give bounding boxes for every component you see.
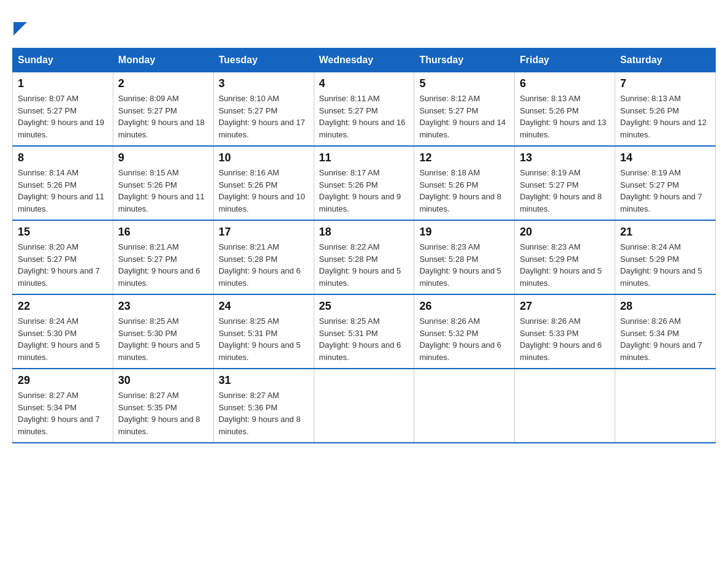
day-number: 11 — [319, 151, 409, 164]
day-info: Sunrise: 8:26 AMSunset: 5:34 PMDaylight:… — [620, 315, 710, 363]
page-header — [12, 12, 716, 36]
calendar-cell: 23Sunrise: 8:25 AMSunset: 5:30 PMDayligh… — [113, 294, 213, 369]
calendar-cell: 4Sunrise: 8:11 AMSunset: 5:27 PMDaylight… — [314, 72, 414, 147]
calendar-cell: 7Sunrise: 8:13 AMSunset: 5:26 PMDaylight… — [615, 72, 716, 147]
weekday-header-row: SundayMondayTuesdayWednesdayThursdayFrid… — [13, 48, 716, 72]
calendar-cell — [515, 369, 615, 443]
day-number: 19 — [419, 226, 509, 239]
day-info: Sunrise: 8:21 AMSunset: 5:28 PMDaylight:… — [219, 241, 309, 289]
calendar-cell: 1Sunrise: 8:07 AMSunset: 5:27 PMDaylight… — [13, 72, 113, 147]
calendar-cell: 18Sunrise: 8:22 AMSunset: 5:28 PMDayligh… — [314, 220, 414, 294]
day-number: 14 — [620, 151, 710, 164]
day-info: Sunrise: 8:27 AMSunset: 5:36 PMDaylight:… — [219, 389, 309, 437]
day-number: 10 — [219, 151, 309, 164]
day-number: 26 — [419, 300, 509, 313]
day-info: Sunrise: 8:18 AMSunset: 5:26 PMDaylight:… — [419, 167, 509, 215]
calendar-cell: 20Sunrise: 8:23 AMSunset: 5:29 PMDayligh… — [515, 220, 615, 294]
calendar-cell: 3Sunrise: 8:10 AMSunset: 5:27 PMDaylight… — [213, 72, 314, 147]
calendar-cell: 24Sunrise: 8:25 AMSunset: 5:31 PMDayligh… — [213, 294, 314, 369]
day-info: Sunrise: 8:26 AMSunset: 5:33 PMDaylight:… — [520, 315, 610, 363]
day-number: 24 — [219, 300, 309, 313]
day-number: 1 — [18, 77, 108, 90]
calendar-cell — [414, 369, 515, 443]
calendar-cell: 11Sunrise: 8:17 AMSunset: 5:26 PMDayligh… — [314, 146, 414, 220]
calendar-cell: 6Sunrise: 8:13 AMSunset: 5:26 PMDaylight… — [515, 72, 615, 147]
calendar-cell: 28Sunrise: 8:26 AMSunset: 5:34 PMDayligh… — [615, 294, 716, 369]
calendar-cell: 13Sunrise: 8:19 AMSunset: 5:27 PMDayligh… — [515, 146, 615, 220]
day-number: 4 — [319, 77, 409, 90]
weekday-header-tuesday: Tuesday — [213, 48, 314, 72]
day-number: 7 — [620, 77, 710, 90]
day-number: 23 — [118, 300, 208, 313]
week-row-3: 15Sunrise: 8:20 AMSunset: 5:27 PMDayligh… — [13, 220, 716, 294]
day-info: Sunrise: 8:22 AMSunset: 5:28 PMDaylight:… — [319, 241, 409, 289]
day-info: Sunrise: 8:24 AMSunset: 5:29 PMDaylight:… — [620, 241, 710, 289]
weekday-header-friday: Friday — [515, 48, 615, 72]
day-info: Sunrise: 8:21 AMSunset: 5:27 PMDaylight:… — [118, 241, 208, 289]
day-number: 9 — [118, 151, 208, 164]
weekday-header-sunday: Sunday — [13, 48, 113, 72]
day-number: 13 — [520, 151, 610, 164]
day-info: Sunrise: 8:07 AMSunset: 5:27 PMDaylight:… — [18, 93, 108, 140]
day-info: Sunrise: 8:25 AMSunset: 5:31 PMDaylight:… — [319, 315, 409, 363]
day-info: Sunrise: 8:15 AMSunset: 5:26 PMDaylight:… — [118, 167, 208, 215]
day-info: Sunrise: 8:12 AMSunset: 5:27 PMDaylight:… — [419, 93, 509, 140]
day-info: Sunrise: 8:13 AMSunset: 5:26 PMDaylight:… — [620, 93, 710, 140]
logo — [12, 18, 27, 36]
calendar-cell: 21Sunrise: 8:24 AMSunset: 5:29 PMDayligh… — [615, 220, 716, 294]
svg-marker-0 — [13, 22, 27, 36]
day-info: Sunrise: 8:11 AMSunset: 5:27 PMDaylight:… — [319, 93, 409, 140]
calendar-cell: 31Sunrise: 8:27 AMSunset: 5:36 PMDayligh… — [213, 369, 314, 443]
day-number: 22 — [18, 300, 108, 313]
day-number: 20 — [520, 226, 610, 239]
day-info: Sunrise: 8:19 AMSunset: 5:27 PMDaylight:… — [620, 167, 710, 215]
calendar-cell: 16Sunrise: 8:21 AMSunset: 5:27 PMDayligh… — [113, 220, 213, 294]
day-number: 25 — [319, 300, 409, 313]
day-info: Sunrise: 8:24 AMSunset: 5:30 PMDaylight:… — [18, 315, 108, 363]
day-number: 16 — [118, 226, 208, 239]
day-info: Sunrise: 8:20 AMSunset: 5:27 PMDaylight:… — [18, 241, 108, 289]
day-info: Sunrise: 8:09 AMSunset: 5:27 PMDaylight:… — [118, 93, 208, 140]
day-info: Sunrise: 8:13 AMSunset: 5:26 PMDaylight:… — [520, 93, 610, 140]
weekday-header-saturday: Saturday — [615, 48, 716, 72]
weekday-header-thursday: Thursday — [414, 48, 515, 72]
day-info: Sunrise: 8:27 AMSunset: 5:35 PMDaylight:… — [118, 389, 208, 437]
day-number: 3 — [219, 77, 309, 90]
week-row-2: 8Sunrise: 8:14 AMSunset: 5:26 PMDaylight… — [13, 146, 716, 220]
calendar-cell: 15Sunrise: 8:20 AMSunset: 5:27 PMDayligh… — [13, 220, 113, 294]
day-number: 2 — [118, 77, 208, 90]
weekday-header-monday: Monday — [113, 48, 213, 72]
day-info: Sunrise: 8:23 AMSunset: 5:28 PMDaylight:… — [419, 241, 509, 289]
calendar-table: SundayMondayTuesdayWednesdayThursdayFrid… — [12, 48, 716, 443]
day-number: 15 — [18, 226, 108, 239]
calendar-cell: 8Sunrise: 8:14 AMSunset: 5:26 PMDaylight… — [13, 146, 113, 220]
calendar-cell: 19Sunrise: 8:23 AMSunset: 5:28 PMDayligh… — [414, 220, 515, 294]
day-number: 30 — [118, 374, 208, 387]
calendar-cell — [314, 369, 414, 443]
logo-arrow-icon — [13, 22, 27, 36]
day-number: 5 — [419, 77, 509, 90]
day-info: Sunrise: 8:19 AMSunset: 5:27 PMDaylight:… — [520, 167, 610, 215]
calendar-cell: 26Sunrise: 8:26 AMSunset: 5:32 PMDayligh… — [414, 294, 515, 369]
week-row-5: 29Sunrise: 8:27 AMSunset: 5:34 PMDayligh… — [13, 369, 716, 443]
calendar-cell: 12Sunrise: 8:18 AMSunset: 5:26 PMDayligh… — [414, 146, 515, 220]
day-info: Sunrise: 8:17 AMSunset: 5:26 PMDaylight:… — [319, 167, 409, 215]
week-row-4: 22Sunrise: 8:24 AMSunset: 5:30 PMDayligh… — [13, 294, 716, 369]
calendar-cell: 2Sunrise: 8:09 AMSunset: 5:27 PMDaylight… — [113, 72, 213, 147]
day-number: 18 — [319, 226, 409, 239]
day-number: 6 — [520, 77, 610, 90]
calendar-cell: 14Sunrise: 8:19 AMSunset: 5:27 PMDayligh… — [615, 146, 716, 220]
calendar-cell: 22Sunrise: 8:24 AMSunset: 5:30 PMDayligh… — [13, 294, 113, 369]
day-info: Sunrise: 8:25 AMSunset: 5:31 PMDaylight:… — [219, 315, 309, 363]
calendar-cell: 10Sunrise: 8:16 AMSunset: 5:26 PMDayligh… — [213, 146, 314, 220]
calendar-cell: 30Sunrise: 8:27 AMSunset: 5:35 PMDayligh… — [113, 369, 213, 443]
day-number: 28 — [620, 300, 710, 313]
day-number: 27 — [520, 300, 610, 313]
day-number: 29 — [18, 374, 108, 387]
day-info: Sunrise: 8:23 AMSunset: 5:29 PMDaylight:… — [520, 241, 610, 289]
calendar-cell — [615, 369, 716, 443]
calendar-cell: 9Sunrise: 8:15 AMSunset: 5:26 PMDaylight… — [113, 146, 213, 220]
day-info: Sunrise: 8:16 AMSunset: 5:26 PMDaylight:… — [219, 167, 309, 215]
day-info: Sunrise: 8:27 AMSunset: 5:34 PMDaylight:… — [18, 389, 108, 437]
day-info: Sunrise: 8:26 AMSunset: 5:32 PMDaylight:… — [419, 315, 509, 363]
